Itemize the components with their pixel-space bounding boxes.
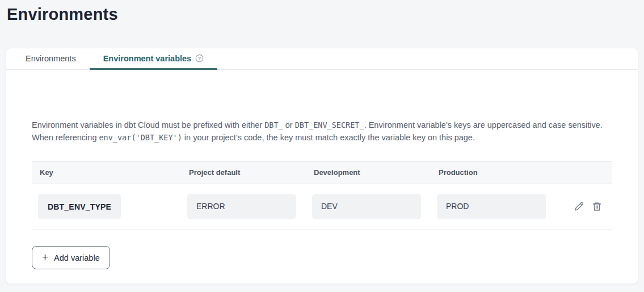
column-header-key: Key xyxy=(32,168,181,177)
environment-variables-table: Key Project default Development Producti… xyxy=(32,161,612,230)
tab-bar: Environments Environment variables ? xyxy=(6,48,638,70)
description-text: Environment variables in dbt Cloud must … xyxy=(32,119,612,144)
cell-key: DBT_ENV_TYPE xyxy=(32,194,181,219)
plus-icon: + xyxy=(42,252,48,262)
help-icon[interactable]: ? xyxy=(195,54,204,62)
column-header-project-default: Project default xyxy=(181,168,306,177)
svg-text:?: ? xyxy=(198,56,201,61)
column-header-production: Production xyxy=(431,168,562,177)
table-row: DBT_ENV_TYPE ERROR DEV PROD xyxy=(32,183,612,230)
cell-row-actions xyxy=(562,201,612,212)
project-default-value: ERROR xyxy=(187,194,296,219)
code-dbt-env-secret-prefix: DBT_ENV_SECRET_ xyxy=(295,120,364,130)
page-title: Environments xyxy=(0,0,644,24)
cell-project-default: ERROR xyxy=(181,194,306,219)
edit-variable-button[interactable] xyxy=(574,201,584,212)
environment-variables-card: Environments Environment variables ? Env… xyxy=(6,48,638,284)
tab-environment-variables-label: Environment variables xyxy=(103,54,192,63)
add-variable-button[interactable]: + Add variable xyxy=(32,246,110,269)
variable-key-chip: DBT_ENV_TYPE xyxy=(38,194,121,219)
development-value: DEV xyxy=(312,194,421,219)
add-variable-label: Add variable xyxy=(54,253,100,262)
table-header-row: Key Project default Development Producti… xyxy=(32,161,612,183)
tab-environments[interactable]: Environments xyxy=(12,48,90,70)
cell-development: DEV xyxy=(306,194,431,219)
column-header-development: Development xyxy=(306,168,431,177)
tab-environment-variables[interactable]: Environment variables ? xyxy=(90,48,218,70)
delete-variable-button[interactable] xyxy=(592,201,602,212)
pencil-icon xyxy=(574,201,584,212)
production-value: PROD xyxy=(437,194,546,219)
tab-panel-environment-variables: Environment variables in dbt Cloud must … xyxy=(6,70,638,269)
code-dbt-prefix: DBT_ xyxy=(264,120,283,130)
trash-icon xyxy=(592,201,602,212)
code-env-var-example: env_var('DBT_KEY') xyxy=(99,133,182,142)
cell-production: PROD xyxy=(431,194,562,219)
tab-environments-label: Environments xyxy=(26,54,76,63)
